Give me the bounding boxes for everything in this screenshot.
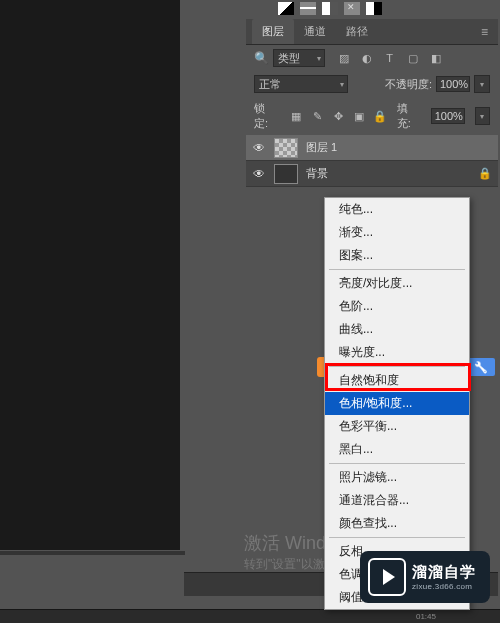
ctx-brightness-contrast[interactable]: 亮度/对比度...	[325, 272, 469, 295]
ctx-exposure[interactable]: 曝光度...	[325, 341, 469, 364]
canvas-area	[0, 0, 180, 550]
ctx-color-lookup[interactable]: 颜色查找...	[325, 512, 469, 535]
opacity-label: 不透明度:	[385, 77, 432, 92]
fill-value[interactable]: 100%	[431, 108, 465, 124]
adj-hue-icon[interactable]	[344, 2, 360, 15]
lock-row: 锁定: ▦ ✎ ✥ ▣ 🔒 填充: 100% ▾	[246, 97, 498, 135]
blend-mode-select[interactable]: 正常	[254, 75, 348, 93]
ctx-separator	[329, 537, 465, 538]
adjustments-row	[246, 0, 498, 19]
lock-all-icon[interactable]: 🔒	[374, 110, 387, 123]
adjustment-context-menu: 纯色... 渐变... 图案... 亮度/对比度... 色阶... 曲线... …	[324, 197, 470, 610]
layer-row-bg[interactable]: 👁 背景 🔒	[246, 161, 498, 187]
logo-overlay: 溜溜自学 zixue.3d66.com	[360, 551, 490, 603]
lock-frame-icon[interactable]: ▣	[353, 110, 366, 123]
adj-exposure-icon[interactable]	[322, 2, 338, 15]
footer-time: 01:45	[416, 612, 436, 621]
filter-image-icon[interactable]: ▨	[337, 52, 350, 65]
layers-panel: 图层 通道 路径 ≡ 🔍 类型 ▨ ◐ T ▢ ◧ 正常 不透明度: 100% …	[246, 0, 498, 187]
canvas-border	[0, 551, 185, 555]
ctx-photo-filter[interactable]: 照片滤镜...	[325, 466, 469, 489]
ctx-pattern[interactable]: 图案...	[325, 244, 469, 267]
layer-filter-row: 🔍 类型 ▨ ◐ T ▢ ◧	[246, 45, 498, 71]
ctx-gradient[interactable]: 渐变...	[325, 221, 469, 244]
ctx-channel-mixer[interactable]: 通道混合器...	[325, 489, 469, 512]
search-icon: 🔍	[254, 51, 269, 65]
tab-layers[interactable]: 图层	[252, 19, 294, 44]
tab-paths[interactable]: 路径	[336, 19, 378, 44]
adj-levels-icon[interactable]	[300, 2, 316, 15]
adj-bw-icon[interactable]	[366, 2, 382, 15]
opacity-caret[interactable]: ▾	[474, 75, 490, 93]
ctx-separator	[329, 269, 465, 270]
opacity-value[interactable]: 100%	[436, 76, 470, 92]
blue-wrench-badge	[467, 358, 495, 376]
layer-thumbnail[interactable]	[274, 138, 298, 158]
adj-gradient-icon[interactable]	[278, 2, 294, 15]
ctx-levels[interactable]: 色阶...	[325, 295, 469, 318]
panel-menu-icon[interactable]: ≡	[477, 25, 492, 39]
lock-brush-icon[interactable]: ✎	[311, 110, 324, 123]
visibility-icon[interactable]: 👁	[252, 167, 266, 181]
ctx-color-balance[interactable]: 色彩平衡...	[325, 415, 469, 438]
filter-shape-icon[interactable]: ▢	[406, 52, 419, 65]
ctx-black-white[interactable]: 黑白...	[325, 438, 469, 461]
fill-caret[interactable]: ▾	[475, 107, 490, 125]
filter-smart-icon[interactable]: ◧	[429, 52, 442, 65]
ctx-curves[interactable]: 曲线...	[325, 318, 469, 341]
ctx-hue-saturation[interactable]: 色相/饱和度...	[325, 392, 469, 415]
ctx-solid-color[interactable]: 纯色...	[325, 198, 469, 221]
layer-name-1: 图层 1	[306, 140, 337, 155]
logo-text-url: zixue.3d66.com	[412, 582, 476, 591]
filter-text-icon[interactable]: T	[383, 52, 396, 65]
layer-name-bg: 背景	[306, 166, 328, 181]
filter-type-select[interactable]: 类型	[273, 49, 325, 67]
filter-adjust-icon[interactable]: ◐	[360, 52, 373, 65]
lock-pixels-icon[interactable]: ▦	[290, 110, 303, 123]
lock-icon: 🔒	[478, 167, 492, 180]
fill-label: 填充:	[397, 101, 421, 131]
play-icon	[368, 558, 406, 596]
logo-text-cn: 溜溜自学	[412, 563, 476, 582]
lock-move-icon[interactable]: ✥	[332, 110, 345, 123]
blend-row: 正常 不透明度: 100% ▾	[246, 71, 498, 97]
ctx-vibrance[interactable]: 自然饱和度	[325, 369, 469, 392]
layer-thumbnail[interactable]	[274, 164, 298, 184]
ctx-separator	[329, 463, 465, 464]
layers-list: 👁 图层 1 👁 背景 🔒	[246, 135, 498, 187]
lock-label: 锁定:	[254, 101, 278, 131]
panel-tabs: 图层 通道 路径 ≡	[246, 19, 498, 45]
visibility-icon[interactable]: 👁	[252, 141, 266, 155]
layer-row-1[interactable]: 👁 图层 1	[246, 135, 498, 161]
tab-channels[interactable]: 通道	[294, 19, 336, 44]
ctx-separator	[329, 366, 465, 367]
